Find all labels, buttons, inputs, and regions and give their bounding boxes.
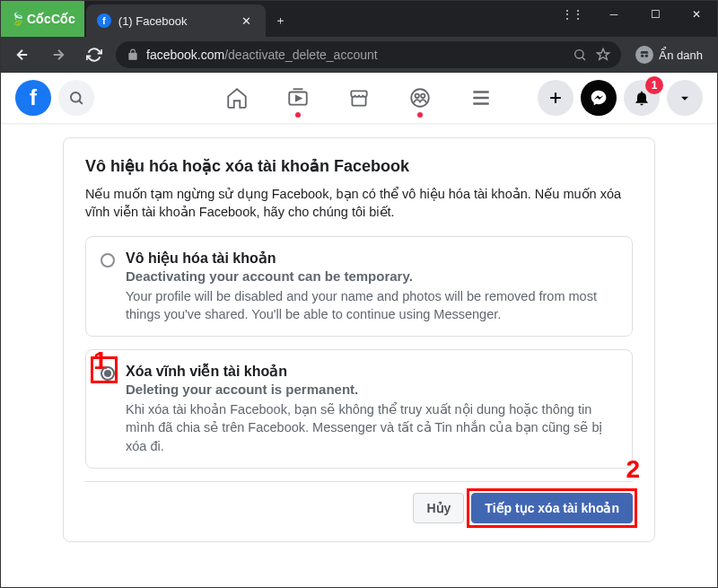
maximize-button[interactable]: ☐ [635,1,676,28]
svg-point-5 [411,89,429,107]
facebook-favicon-icon: f [97,13,111,28]
deactivate-delete-card: Vô hiệu hóa hoặc xóa tài khoản Facebook … [63,137,655,542]
svg-point-1 [641,54,644,57]
back-button[interactable] [8,40,37,69]
page-description: Nếu muốn tạm ngừng sử dụng Facebook, bạn… [85,185,633,222]
notification-dot-icon [417,112,423,118]
option-deactivate[interactable]: Vô hiệu hóa tài khoản Deactivating your … [85,236,633,338]
svg-point-6 [416,94,419,98]
browser-menu-icon[interactable]: ⋮⋮ [552,1,593,28]
fb-search-button[interactable] [58,80,94,116]
notification-badge: 1 [645,76,663,94]
nav-watch[interactable] [271,76,325,119]
nav-marketplace[interactable] [332,76,386,119]
incognito-indicator[interactable]: Ẩn danh [628,46,710,64]
option-description: Your profile will be disabled and your n… [126,287,617,324]
minimize-button[interactable]: ─ [593,1,635,28]
svg-point-7 [421,94,425,98]
close-window-button[interactable]: ✕ [676,1,717,28]
option-title: Xóa vĩnh viễn tài khoản [126,363,617,380]
option-description: Khi xóa tài khoản Facebook, bạn sẽ không… [126,400,617,455]
reload-button[interactable] [80,40,109,69]
option-delete[interactable]: Xóa vĩnh viễn tài khoản Deleting your ac… [85,349,633,469]
page-content: Vô hiệu hóa hoặc xóa tài khoản Facebook … [1,123,717,587]
lock-icon [127,48,139,61]
browser-titlebar: 🍃CốcCốc f (1) Facebook ✕ ＋ ⋮⋮ ─ ☐ ✕ [1,1,717,37]
bookmark-icon[interactable] [596,48,610,62]
forward-button[interactable] [44,40,73,69]
url-path: /deactivate_delete_account [224,48,377,62]
coccoc-logo: 🍃CốcCốc [1,1,84,37]
incognito-icon [635,46,653,64]
radio-deactivate[interactable] [101,253,115,268]
nav-home[interactable] [210,76,264,119]
svg-point-0 [575,50,583,58]
page-title: Vô hiệu hóa hoặc xóa tài khoản Facebook [85,156,633,176]
close-tab-button[interactable]: ✕ [238,14,255,28]
address-bar[interactable]: facebook.com/deactivate_delete_account [116,41,621,68]
nav-groups[interactable] [393,76,447,119]
option-title: Vô hiệu hóa tài khoản [126,250,617,267]
svg-point-3 [71,92,81,102]
option-subtitle: Deactivating your account can be tempora… [126,268,617,284]
browser-toolbar: facebook.com/deactivate_delete_account Ẩ… [1,37,717,73]
account-dropdown-button[interactable] [667,80,703,116]
notification-dot-icon [295,112,301,118]
new-tab-button[interactable]: ＋ [266,4,295,37]
radio-delete[interactable] [101,366,115,381]
nav-menu[interactable] [454,76,508,119]
messenger-button[interactable] [581,80,617,116]
create-button[interactable] [538,80,574,116]
option-subtitle: Deleting your account is permanent. [126,382,617,397]
cancel-button[interactable]: Hủy [413,493,464,523]
notifications-button[interactable]: 1 [624,80,660,116]
facebook-logo-icon[interactable]: f [15,80,51,116]
browser-tab[interactable]: f (1) Facebook ✕ [86,4,266,37]
tab-title: (1) Facebook [118,14,188,28]
url-host: facebook.com [146,48,224,62]
search-engine-icon[interactable] [573,48,587,62]
continue-delete-button[interactable]: Tiếp tục xóa tài khoản [471,493,633,523]
facebook-header: f [1,73,717,123]
svg-point-2 [645,54,649,57]
